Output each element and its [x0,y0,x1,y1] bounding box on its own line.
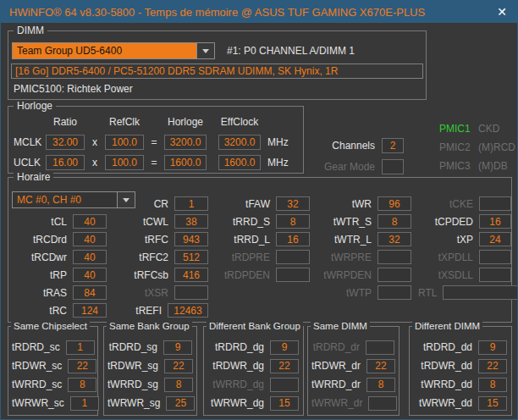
clock-value-box: 1600.0 [164,155,207,170]
turnaround-label: tWRWR_dr [311,397,362,409]
timing-value-box: 84 [73,285,107,300]
turnaround-value-box: 9 [478,340,507,355]
timing-cell: tWR 96 [317,195,411,213]
turnaround-value-box: 9 [163,340,192,355]
channels-row: Channels 2 [312,135,404,156]
timing-cell: tXP 24 [418,230,511,248]
clock-header-effclock: EffClock [218,116,261,128]
timing-value-box [276,250,310,264]
timing-column-3: tFAW 32 tRRD_S 8 tRRD_L 16 tRDPRE [215,195,310,284]
dimm-slot-label: #1: P0 CHANNEL A/DIMM 1 [227,45,355,57]
turnaround-label: tWRRD_dg [207,379,264,390]
clock-unit: MHz [267,157,289,169]
clock-label: UCLK [14,157,46,169]
group-legend: Same DIMM [311,321,370,332]
turnaround-label: tRDRD_dg [207,341,264,353]
turnaround-label: tWRWR_dd [413,397,472,409]
turnaround-value-box: 22 [366,359,395,373]
chevron-down-icon[interactable] [196,43,214,58]
turnaround-value-box: 22 [270,359,299,373]
timing-label: tXSDLL [418,269,473,281]
turnaround-cell: tRDRD_sc 1 [12,338,93,356]
turnaround-cell: tWRRD_sg 8 [107,375,192,394]
timing-cell: tRFC2 512 [110,248,208,266]
timing-cell: tCL 40 [12,213,107,230]
timing-cell: tRC 124 [12,301,107,319]
turnaround-cell: tWRRD_dd 8 [413,375,507,394]
turnaround-cell: tWRWR_sg 25 [107,394,192,412]
clock-header-ratio: Ratio [46,116,85,128]
turnaround-value-box: 1 [66,340,95,355]
close-icon: ✕ [497,5,507,19]
turnaround-cell: tRDWR_sc 22 [12,356,93,375]
timing-value-box: 124 [73,303,107,318]
timing-value-box: 416 [174,268,208,282]
clock-header-clock: Horloge [164,116,207,128]
timing-value-box: 1 [174,196,208,211]
turnaround-label: tWRRD_dd [413,379,472,390]
group-same-bank-group: Same Bank Group tRDRD_sg 9 tRDWR_sg 22 t… [103,326,197,416]
dimm-group: DIMM Team Group UD5-6400 #1: P0 CHANNEL … [8,30,427,100]
timing-cell: tRRD_S 8 [215,213,310,230]
turnaround-value-box: 1 [70,396,99,411]
turnaround-rows: tRDRD_dg 9 tRDWR_dg 22 tWRRD_dg tWRWR_dg… [207,338,299,412]
timings-group: Horaire MC #0, CH #0 tCL 40 tRCDrd 40 tR… [8,177,512,323]
timing-label: tRCDrd [12,234,67,246]
channels-value-box: 2 [382,138,404,153]
timing-label: tRFC2 [110,251,168,263]
hwinfo-memory-timings-window: HWiNFO® 64 v8.30-5800 - Temps de mémoire… [0,0,518,420]
turnaround-cell: tWRWR_dd 15 [413,394,507,412]
clock-refclk-box: 100.0 [105,155,144,170]
turnaround-cell: tWRRD_dr 8 [311,375,394,394]
timing-cell-rtl: RTL [418,284,511,301]
turnaround-value-box: 8 [68,378,96,392]
timing-label: tRP [12,269,67,281]
timing-value-box: 12463 [168,303,208,318]
timing-value-box: 32 [276,196,310,211]
timing-value-box: 8 [276,214,310,229]
rtl-label: RTL [418,287,437,299]
timing-label: tRCDwr [12,251,67,263]
titlebar[interactable]: HWiNFO® 64 v8.30-5800 - Temps de mémoire… [1,1,517,23]
timing-cell: tRDPDEN [215,266,310,284]
pmic-name: PMIC1 [439,123,478,135]
turnaround-label: tRDWR_dd [413,360,472,372]
timing-value-box: 40 [73,232,107,246]
timing-value-box: 40 [73,214,107,229]
turnaround-cell: tRDWR_dd 22 [413,356,507,375]
timing-label: tXPDLL [418,251,473,263]
group-legend: Different DIMM [412,321,482,332]
timing-value-box: 8 [377,214,411,229]
timing-value-box: 38 [174,214,208,229]
close-button[interactable]: ✕ [487,1,517,23]
clock-effclock-box: 1600.0 [218,155,261,170]
group-different-dimm: Different DIMM tRDRD_dd 9 tRDWR_dd 22 tW… [409,326,512,416]
gear-mode-value-box [382,159,404,174]
timing-cell: tWTP [317,284,411,301]
equals-sign: = [144,136,164,148]
turnaround-label: tWRWR_sc [12,397,64,409]
timing-value-box: 16 [479,214,511,229]
clock-value-box: 3200.0 [164,135,207,150]
clock-unit: MHz [267,136,289,148]
turnaround-label: tRDRD_dr [311,341,360,353]
turnaround-label: tRDRD_sc [12,341,60,353]
timing-cell: tWRPDEN [317,266,411,284]
timing-label: tWTP [317,287,372,299]
timing-value-box: 24 [479,232,511,246]
turnaround-value-box: 15 [478,396,507,411]
timing-cell: tRCDrd 40 [12,230,107,248]
dimm-selector-value: Team Group UD5-6400 [13,43,196,58]
clock-row: UCLK 16.00 x 100.0 = 1600.0 1600.0 MHz [14,152,289,173]
dimm-group-legend: DIMM [14,25,47,36]
timing-value-box [377,285,411,300]
clock-ratio-box: 16.00 [46,155,85,170]
timing-label: tREFI [110,305,162,317]
timing-value-box: 943 [174,232,208,246]
chevron-down-glyph [202,49,209,53]
dimm-selector[interactable]: Team Group UD5-6400 [12,42,215,59]
dimm-pmic-info: PMIC5100: Richtek Power [14,83,133,95]
turnaround-label: tRDWR_dg [207,360,264,372]
timing-value-box: 16 [276,232,310,246]
timing-label: tXSR [110,287,168,299]
